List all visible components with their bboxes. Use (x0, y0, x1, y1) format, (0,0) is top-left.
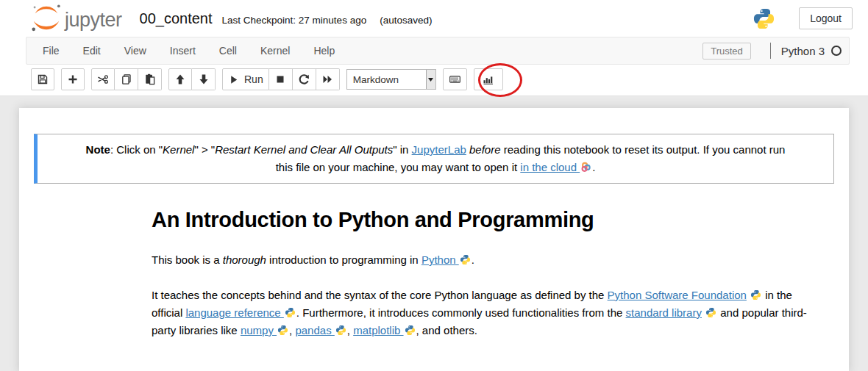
restart-run-all-button[interactable] (316, 68, 340, 90)
menubar: File Edit View Insert Cell Kernel Help T… (26, 37, 850, 65)
cell-type-select[interactable]: Markdown (346, 69, 436, 90)
fast-forward-icon (321, 73, 333, 85)
paragraph-1: This book is a thorough introduction to … (152, 251, 816, 269)
note-callout: Note: Click on "Kernel" > "Restart Kerne… (34, 134, 834, 184)
link[interactable]: matplotlib (353, 324, 403, 336)
save-icon (37, 73, 49, 85)
select-arrow-icon[interactable] (426, 70, 435, 89)
python-icon (405, 325, 416, 336)
toolbar: Run Markdown (0, 65, 868, 96)
paragraph-2: It teaches the concepts behind and the s… (152, 287, 816, 339)
menu-file[interactable]: File (31, 37, 71, 64)
main-area: Note: Click on "Kernel" > "Restart Kerne… (0, 96, 868, 371)
paste-button[interactable] (138, 68, 162, 90)
restart-icon (298, 73, 310, 85)
notebook-container: Note: Click on "Kernel" > "Restart Kerne… (19, 108, 849, 371)
arrow-down-icon (198, 73, 210, 85)
paste-icon (144, 73, 156, 85)
jupyter-logo-text: jupyter (65, 9, 122, 32)
link[interactable]: in the cloud (520, 161, 580, 173)
python-icon (335, 325, 346, 336)
python-icon (705, 307, 716, 318)
divider (770, 43, 771, 59)
menu-kernel[interactable]: Kernel (249, 37, 302, 64)
arrow-up-icon (174, 73, 186, 85)
copy-button[interactable] (115, 68, 138, 90)
move-cell-down-button[interactable] (192, 68, 216, 90)
copy-icon (121, 73, 132, 85)
plus-icon (67, 73, 79, 85)
play-icon (228, 74, 239, 85)
link[interactable]: standard library (626, 306, 702, 319)
save-button[interactable] (31, 68, 54, 90)
jupyter-logo-icon (29, 1, 63, 35)
header: jupyter 00_content Last Checkpoint: 27 m… (0, 0, 868, 37)
python-icon (285, 307, 296, 318)
binder-icon (580, 162, 591, 173)
page-title: An Introduction to Python and Programmin… (152, 208, 816, 232)
kernel-name: Python 3 (781, 45, 825, 57)
python-logo-icon (753, 7, 775, 30)
run-button[interactable]: Run (222, 68, 269, 90)
cut-button[interactable] (91, 68, 115, 90)
stop-icon (274, 73, 286, 85)
python-icon (750, 289, 761, 300)
bar-chart-icon (483, 73, 494, 85)
checkpoint-status: Last Checkpoint: 27 minutes ago (222, 15, 367, 26)
jupyter-logo[interactable]: jupyter (29, 1, 122, 35)
bar-chart-button[interactable] (474, 68, 503, 90)
note-text: Note: Click on "Kernel" > "Restart Kerne… (82, 141, 789, 176)
notebook-title[interactable]: 00_content (140, 10, 213, 27)
menu-insert[interactable]: Insert (158, 37, 207, 64)
menu-cell[interactable]: Cell (207, 37, 249, 64)
move-cell-up-button[interactable] (168, 68, 192, 90)
command-palette-button[interactable] (443, 68, 467, 90)
autosave-status: (autosaved) (380, 15, 432, 26)
scissors-icon (97, 73, 109, 85)
menu-edit[interactable]: Edit (71, 37, 113, 64)
run-button-label: Run (244, 73, 263, 85)
link[interactable]: Python (421, 253, 459, 266)
python-icon (460, 254, 471, 265)
logout-button[interactable]: Logout (799, 7, 853, 29)
keyboard-icon (449, 73, 461, 85)
link[interactable]: JupyterLab (412, 143, 466, 156)
menu-help[interactable]: Help (302, 37, 346, 64)
interrupt-kernel-button[interactable] (269, 68, 293, 90)
cell-type-value: Markdown (347, 74, 426, 85)
trusted-badge: Trusted (702, 43, 751, 60)
link[interactable]: language reference (185, 306, 283, 319)
link[interactable]: Python Software Foundation (608, 289, 747, 301)
add-cell-button[interactable] (61, 68, 85, 90)
menu-view[interactable]: View (113, 37, 158, 64)
link[interactable]: numpy (241, 324, 277, 336)
restart-kernel-button[interactable] (293, 68, 316, 90)
link[interactable]: pandas (295, 324, 334, 336)
kernel-idle-icon (831, 46, 842, 56)
python-icon (277, 325, 288, 336)
